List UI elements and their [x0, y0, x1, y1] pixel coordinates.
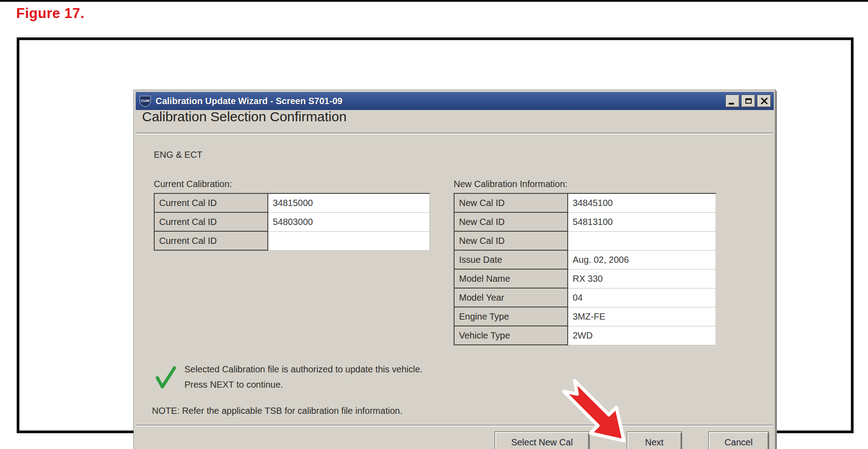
- table-row: Current Cal ID 54803000: [154, 212, 430, 231]
- row-label: New Cal ID: [454, 212, 568, 231]
- calibration-update-wizard-window: CUW Calibration Update Wizard - Screen S…: [133, 90, 776, 449]
- table-row: New Cal ID 34845100: [454, 193, 716, 212]
- cancel-button[interactable]: Cancel: [708, 431, 769, 449]
- table-row: New Cal ID 54813100: [454, 212, 716, 231]
- table-row: Issue Date Aug. 02, 2006: [454, 250, 716, 269]
- row-label: Model Year: [454, 288, 568, 307]
- row-value: 34815000: [268, 193, 430, 212]
- row-value: 3MZ-FE: [568, 307, 716, 326]
- row-value: 34845100: [568, 193, 716, 212]
- table-row: Model Year 04: [454, 288, 716, 307]
- red-annotation-arrow-icon: [560, 377, 627, 444]
- row-value: 04: [568, 288, 716, 307]
- cuw-shield-icon: CUW: [138, 94, 152, 108]
- row-label: Issue Date: [454, 250, 568, 269]
- maximize-button[interactable]: [741, 95, 755, 107]
- row-value: RX 330: [568, 269, 716, 288]
- row-value: [568, 231, 716, 250]
- maximize-icon: [745, 98, 752, 104]
- row-value: 54813100: [568, 212, 716, 231]
- row-value: 54803000: [268, 212, 430, 231]
- row-label: Current Cal ID: [154, 212, 268, 231]
- row-label: Engine Type: [454, 307, 568, 326]
- close-icon: [761, 98, 768, 104]
- row-label: Vehicle Type: [454, 326, 568, 345]
- row-label: Current Cal ID: [154, 231, 268, 250]
- new-calibration-table: New Cal ID 34845100 New Cal ID 54813100 …: [454, 193, 716, 345]
- row-label: New Cal ID: [454, 193, 568, 212]
- status-message-line1: Selected Calibration file is authorized …: [184, 364, 423, 375]
- next-button[interactable]: Next: [627, 431, 682, 449]
- table-row: Vehicle Type 2WD: [454, 326, 716, 345]
- svg-text:CUW: CUW: [141, 99, 150, 103]
- table-row: Engine Type 3MZ-FE: [454, 307, 716, 326]
- row-label: Current Cal ID: [154, 193, 268, 212]
- table-row: New Cal ID: [454, 231, 716, 250]
- heading-divider: [136, 133, 773, 133]
- minimize-icon: [729, 103, 734, 105]
- page-title: Calibration Selection Confirmation: [142, 109, 347, 124]
- table-row: Current Cal ID 34815000: [154, 193, 430, 212]
- close-button[interactable]: [757, 95, 771, 107]
- note-text: NOTE: Refer the applicable TSB for calib…: [152, 406, 402, 416]
- system-label: ENG & ECT: [154, 150, 202, 160]
- row-value: [268, 231, 430, 250]
- status-message-line2: Press NEXT to continue.: [184, 380, 283, 390]
- window-title: Calibration Update Wizard - Screen S701-…: [156, 96, 726, 106]
- table-row: Current Cal ID: [154, 231, 430, 250]
- page-top-rule: [0, 0, 868, 2]
- figure-caption: Figure 17.: [16, 5, 84, 22]
- current-calibration-table: Current Cal ID 34815000 Current Cal ID 5…: [154, 193, 430, 251]
- table-row: Model Name RX 330: [454, 269, 716, 288]
- green-checkmark-icon: [155, 364, 178, 390]
- button-area-divider: [136, 425, 773, 426]
- new-calibration-caption: New Calibration Information:: [454, 179, 567, 189]
- row-label: New Cal ID: [454, 231, 568, 250]
- current-calibration-caption: Current Calibration:: [154, 179, 232, 189]
- minimize-button[interactable]: [726, 95, 739, 107]
- window-titlebar[interactable]: CUW Calibration Update Wizard - Screen S…: [136, 92, 774, 110]
- row-value: 2WD: [568, 326, 716, 345]
- row-label: Model Name: [454, 269, 568, 288]
- row-value: Aug. 02, 2006: [568, 250, 716, 269]
- figure-border-box: CUW Calibration Update Wizard - Screen S…: [17, 37, 854, 433]
